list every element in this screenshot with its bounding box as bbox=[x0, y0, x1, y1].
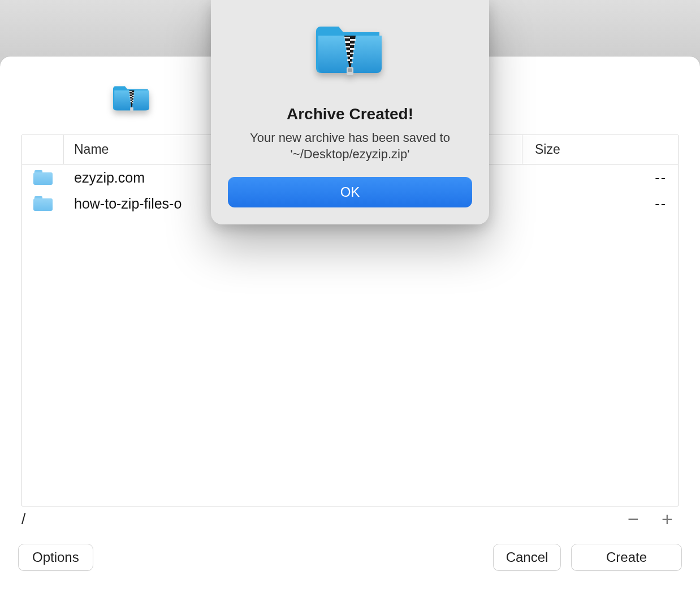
svg-rect-4 bbox=[129, 96, 132, 97]
folder-icon bbox=[22, 170, 64, 185]
minus-icon: − bbox=[628, 508, 639, 530]
remove-button[interactable]: − bbox=[622, 508, 645, 530]
svg-rect-24 bbox=[348, 68, 352, 72]
bottom-toolbar: Options Cancel Create bbox=[18, 540, 682, 574]
svg-rect-18 bbox=[350, 53, 354, 54]
svg-rect-20 bbox=[350, 57, 353, 59]
path-text: / bbox=[21, 510, 611, 528]
svg-rect-13 bbox=[345, 41, 350, 43]
svg-rect-16 bbox=[350, 48, 355, 50]
svg-rect-19 bbox=[347, 55, 350, 57]
svg-rect-9 bbox=[132, 102, 133, 103]
svg-rect-5 bbox=[132, 97, 134, 98]
svg-rect-15 bbox=[345, 46, 350, 47]
file-size: -- bbox=[522, 196, 678, 212]
column-header-icon[interactable] bbox=[22, 135, 64, 164]
svg-rect-14 bbox=[350, 44, 355, 45]
svg-rect-11 bbox=[344, 37, 350, 38]
file-size: -- bbox=[522, 170, 678, 186]
svg-rect-0 bbox=[129, 91, 132, 92]
archive-created-dialog: Archive Created! Your new archive has be… bbox=[211, 0, 489, 224]
folder-icon bbox=[22, 196, 64, 211]
svg-rect-21 bbox=[347, 59, 350, 61]
add-button[interactable]: + bbox=[656, 508, 679, 530]
ok-button[interactable]: OK bbox=[228, 177, 472, 207]
dialog-title: Archive Created! bbox=[228, 105, 472, 123]
column-header-size[interactable]: Size bbox=[522, 135, 678, 164]
create-button[interactable]: Create bbox=[571, 544, 682, 571]
plus-icon: + bbox=[662, 508, 673, 530]
svg-rect-7 bbox=[132, 100, 133, 101]
svg-rect-10 bbox=[130, 107, 133, 111]
svg-rect-12 bbox=[350, 39, 356, 41]
svg-rect-17 bbox=[346, 50, 350, 52]
cancel-button[interactable]: Cancel bbox=[493, 544, 561, 571]
options-button[interactable]: Options bbox=[18, 544, 93, 571]
svg-rect-6 bbox=[130, 98, 132, 99]
path-bar: / − + bbox=[21, 508, 679, 530]
svg-rect-8 bbox=[130, 101, 132, 102]
svg-rect-3 bbox=[132, 95, 134, 96]
dialog-message: Your new archive has been saved to '~/De… bbox=[228, 130, 472, 162]
svg-rect-1 bbox=[132, 92, 134, 93]
zip-folder-icon bbox=[316, 16, 384, 80]
zip-folder-icon bbox=[113, 79, 150, 115]
svg-rect-22 bbox=[350, 62, 353, 63]
svg-rect-2 bbox=[129, 94, 132, 95]
